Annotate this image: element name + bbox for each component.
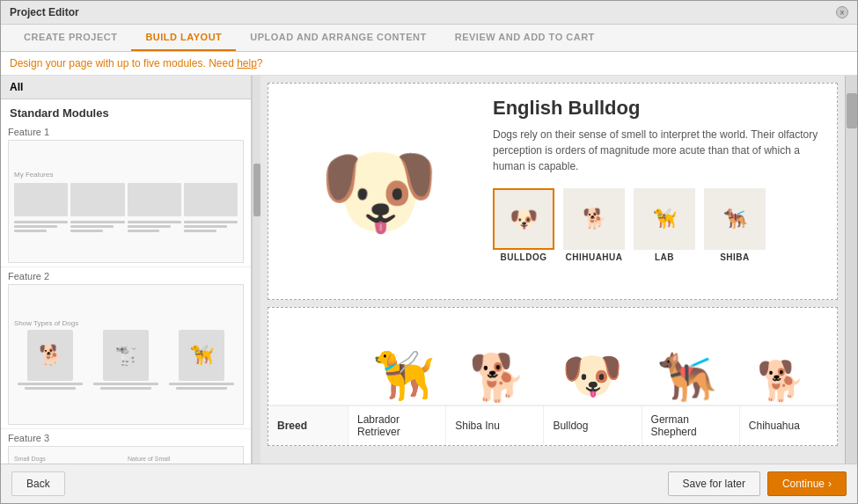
feature1-preview: My Features	[8, 140, 244, 263]
thumb-bulldog-img: 🐶	[493, 188, 554, 250]
breed-header-cell: Breed	[268, 405, 348, 445]
thumb-chihuahua-label: CHIHUAHUA	[565, 252, 622, 262]
save-for-later-button[interactable]: Save for later	[668, 471, 760, 496]
content-scroll-thumb	[847, 93, 857, 128]
dog-col-bulldog: 🐶	[545, 317, 639, 400]
back-button[interactable]: Back	[11, 471, 65, 496]
feature1-layout: 🐶 English Bulldog Dogs rely on their sen…	[268, 84, 837, 299]
window-title: Project Editor	[10, 6, 79, 18]
dog-img-chihuahua: 🐕	[757, 362, 805, 400]
sidebar-item-feature2[interactable]: Feature 2 Show Types of Dogs 🐕	[1, 267, 251, 429]
dog-col-german-shepherd: 🐕‍🦺	[640, 317, 734, 400]
thumb-lab-img: 🦮	[634, 188, 695, 250]
dog-img-labrador: 🦮	[373, 351, 435, 400]
module-2-breed-table: 🦮 🐕 🐶 🐕‍🦺	[268, 307, 838, 446]
thumb-shiba-label: SHIBA	[720, 252, 750, 262]
bottom-bar: Back Save for later Continue ›	[1, 464, 857, 503]
thumb-bulldog[interactable]: 🐶 BULLDOG	[493, 188, 554, 262]
tab-create-project[interactable]: CREATE PROJECT	[10, 25, 131, 51]
thumb-chihuahua-img: 🐕	[563, 188, 625, 250]
tab-review-add[interactable]: REVIEW AND ADD TO CART	[441, 25, 609, 51]
thumb-chihuahua-placeholder: 🐕	[565, 189, 623, 249]
feature2-preview: Show Types of Dogs 🐕 🐩	[8, 284, 244, 425]
breed-value-labrador: Labrador Retriever	[348, 405, 445, 445]
continue-button[interactable]: Continue ›	[767, 471, 847, 496]
subtitle-suffix: ?	[257, 57, 263, 69]
breed-value-bulldog: Bulldog	[543, 405, 641, 445]
dog-col-labrador: 🦮	[356, 317, 451, 400]
thumb-shiba-placeholder: 🐕‍🦺	[706, 189, 764, 249]
dog-img-shiba: 🐕	[469, 354, 526, 400]
dog-col-chihuahua: 🐕	[734, 317, 828, 400]
sidebar: All Standard Modules Feature 1 My Featur…	[1, 76, 260, 464]
sidebar-item-feature3[interactable]: Feature 3 Small Dogs 🐶 Big Dogs	[1, 429, 251, 464]
close-button[interactable]: ×	[836, 6, 848, 18]
content-scrollbar[interactable]	[845, 76, 857, 464]
breed-value-german-shepherd: German Shepherd	[642, 405, 739, 445]
breed-value-shiba: Shiba Inu	[445, 405, 543, 445]
sidebar-item-feature1[interactable]: Feature 1 My Features	[1, 123, 251, 267]
sidebar-all-label: All	[1, 76, 251, 99]
thumbnails-row: 🐶 BULLDOG 🐕 CHIHUAHUA	[493, 188, 824, 262]
right-buttons: Save for later Continue ›	[668, 471, 847, 496]
breed-col-spacer	[277, 317, 356, 400]
module-1-bulldog-detail: 🐶 English Bulldog Dogs rely on their sen…	[268, 83, 838, 300]
breed-value-chihuahua: Chihuahua	[739, 405, 837, 445]
project-editor-window: Project Editor × CREATE PROJECT BUILD LA…	[0, 0, 858, 504]
thumb-lab-placeholder: 🦮	[635, 189, 693, 249]
thumb-lab[interactable]: 🦮 LAB	[634, 188, 695, 262]
subtitle-bar: Design your page with up to five modules…	[1, 52, 857, 76]
main-dog-image: 🐶	[282, 97, 475, 286]
thumb-bulldog-placeholder: 🐶	[495, 189, 553, 249]
dog-col-shiba: 🐕	[451, 317, 545, 400]
title-bar: Project Editor ×	[1, 1, 857, 25]
continue-arrow-icon: ›	[828, 478, 832, 490]
feature1-label: Feature 1	[8, 127, 244, 137]
sidebar-scroll-thumb	[253, 164, 260, 216]
thumb-lab-label: LAB	[655, 252, 674, 262]
main-area: All Standard Modules Feature 1 My Featur…	[1, 76, 857, 464]
breed-label-row: Breed Labrador Retriever Shiba Inu Bulld…	[268, 405, 837, 445]
dogs-image-row: 🦮 🐕 🐶 🐕‍🦺	[268, 308, 837, 405]
subtitle-text: Design your page with up to five modules…	[10, 57, 237, 69]
content-wrapper: 🐶 English Bulldog Dogs rely on their sen…	[260, 76, 857, 464]
dog-description: Dogs rely on their sense of smell to int…	[493, 127, 824, 174]
feature2-label: Feature 2	[8, 271, 244, 281]
dog-title: English Bulldog	[493, 97, 824, 120]
continue-label: Continue	[782, 478, 825, 490]
feature3-preview: Small Dogs 🐶 Big Dogs 🐕‍🦺 Nature o	[8, 446, 244, 464]
sidebar-scrollbar[interactable]	[252, 76, 260, 464]
thumb-shiba-img: 🐕‍🦺	[704, 188, 766, 250]
content-area: 🐶 English Bulldog Dogs rely on their sen…	[260, 76, 845, 464]
sidebar-content: All Standard Modules Feature 1 My Featur…	[1, 76, 252, 464]
thumb-bulldog-label: BULLDOG	[501, 252, 547, 262]
tab-build-layout[interactable]: BUILD LAYOUT	[131, 25, 236, 51]
tab-bar: CREATE PROJECT BUILD LAYOUT UPLOAD AND A…	[1, 25, 857, 52]
help-link[interactable]: help	[237, 57, 257, 69]
standard-modules-title: Standard Modules	[1, 99, 251, 123]
dog-img-german-shepherd: 🐕‍🦺	[657, 353, 716, 400]
feature3-label: Feature 3	[8, 433, 244, 443]
tab-upload-arrange[interactable]: UPLOAD AND ARRANGE CONTENT	[236, 25, 440, 51]
feature1-content: English Bulldog Dogs rely on their sense…	[475, 97, 824, 286]
thumb-shiba[interactable]: 🐕‍🦺 SHIBA	[704, 188, 766, 262]
dog-img-bulldog: 🐶	[561, 351, 623, 400]
thumb-chihuahua[interactable]: 🐕 CHIHUAHUA	[563, 188, 625, 262]
